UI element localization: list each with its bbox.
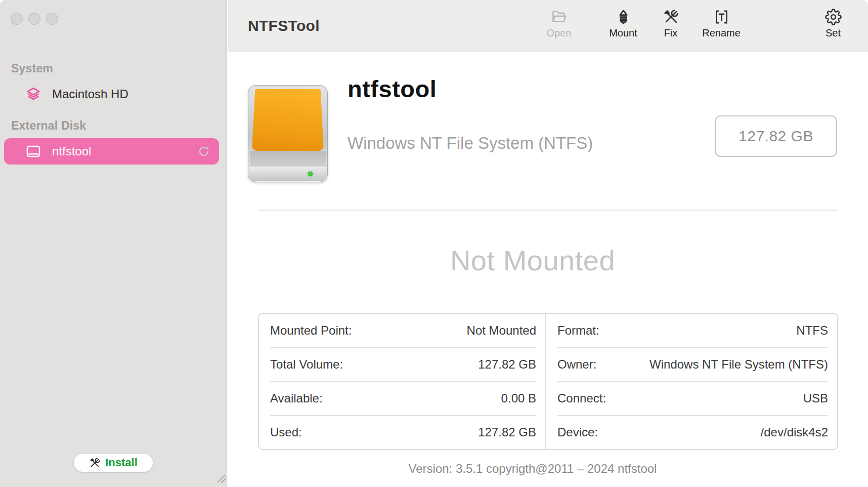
traffic-lights — [11, 13, 58, 25]
drive-led — [308, 172, 313, 176]
toolbar-rename-button[interactable]: Rename — [691, 7, 752, 39]
row-value: /dev/disk4s2 — [761, 425, 828, 439]
table-row: Total Volume: 127.82 GB — [270, 348, 536, 382]
table-row: Format: NTFS — [557, 314, 828, 348]
app-title: NTFSTool — [248, 0, 320, 52]
toolbar-open-button[interactable]: Open — [529, 7, 589, 39]
row-value: USB — [803, 391, 828, 405]
row-label: Used: — [270, 425, 302, 439]
tools-icon — [89, 457, 101, 469]
sidebar-item-macintosh-hd[interactable]: Macintosh HD — [4, 82, 219, 107]
spinner-icon — [198, 145, 210, 157]
table-row: Mounted Point: Not Mounted — [270, 314, 536, 348]
table-row: Device: /dev/disk4s2 — [557, 416, 828, 449]
row-value: Windows NT File System (NTFS) — [649, 357, 828, 372]
table-row: Owner: Windows NT File System (NTFS) — [557, 348, 828, 382]
minimize-button[interactable] — [28, 13, 40, 25]
zoom-button[interactable] — [46, 13, 58, 25]
install-button-label: Install — [105, 456, 138, 469]
row-label: Mounted Point: — [270, 323, 352, 338]
row-label: Format: — [557, 323, 599, 338]
toolbar-set-button[interactable]: Set — [803, 7, 863, 39]
gear-icon — [803, 7, 863, 27]
toolbar-set-label: Set — [803, 27, 863, 39]
disk-filesystem: Windows NT File System (NTFS) — [348, 134, 593, 153]
table-row: Connect: USB — [557, 382, 828, 416]
details-column-right: Format: NTFS Owner: Windows NT File Syst… — [546, 314, 837, 449]
details-table: Mounted Point: Not Mounted Total Volume:… — [258, 313, 838, 450]
capacity-value: 127.82 GB — [739, 128, 813, 145]
sidebar-item-ntfstool[interactable]: ntfstool — [4, 138, 219, 165]
row-value: Not Mounted — [467, 323, 536, 338]
mount-status: Not Mounted — [228, 244, 838, 277]
resize-grip[interactable] — [216, 473, 227, 484]
disk-name: ntfstool — [348, 75, 437, 103]
details-column-left: Mounted Point: Not Mounted Total Volume:… — [259, 314, 545, 449]
row-value: 0.00 B — [501, 391, 536, 405]
sidebar-item-label: ntfstool — [52, 144, 91, 158]
sidebar-section-external-disk: External Disk — [11, 119, 86, 133]
toolbar-rename-label: Rename — [691, 27, 752, 39]
row-value: 127.82 GB — [478, 357, 536, 372]
capacity-badge: 127.82 GB — [715, 115, 837, 157]
row-label: Available: — [270, 391, 323, 405]
sidebar-section-system: System — [11, 62, 53, 75]
install-button[interactable]: Install — [73, 453, 153, 472]
layers-icon — [25, 86, 41, 102]
external-drive-icon — [248, 85, 328, 182]
toolbar-open-label: Open — [529, 27, 589, 39]
ntfstool-window: System Macintosh HD External Disk ntfsto… — [0, 0, 868, 487]
row-value: NTFS — [796, 323, 828, 338]
rename-t-icon — [691, 7, 752, 27]
row-label: Total Volume: — [270, 357, 343, 372]
row-label: Connect: — [557, 391, 606, 405]
version-text: Version: 3.5.1 copyrigth@2011 – 2024 ntf… — [228, 462, 838, 476]
table-row: Available: 0.00 B — [270, 382, 536, 416]
row-label: Owner: — [557, 357, 596, 372]
table-row: Used: 127.82 GB — [270, 416, 536, 449]
drive-icon — [25, 143, 41, 159]
folder-open-icon — [529, 7, 589, 27]
main-content: ntfstool Windows NT File System (NTFS) 1… — [228, 53, 868, 487]
sidebar: System Macintosh HD External Disk ntfsto… — [0, 0, 227, 487]
close-button[interactable] — [11, 13, 23, 25]
row-value: 127.82 GB — [478, 425, 536, 439]
sidebar-item-label: Macintosh HD — [52, 87, 128, 101]
row-label: Device: — [557, 425, 598, 439]
section-divider — [258, 210, 838, 211]
titlebar: NTFSTool Open Mount — [228, 0, 868, 52]
